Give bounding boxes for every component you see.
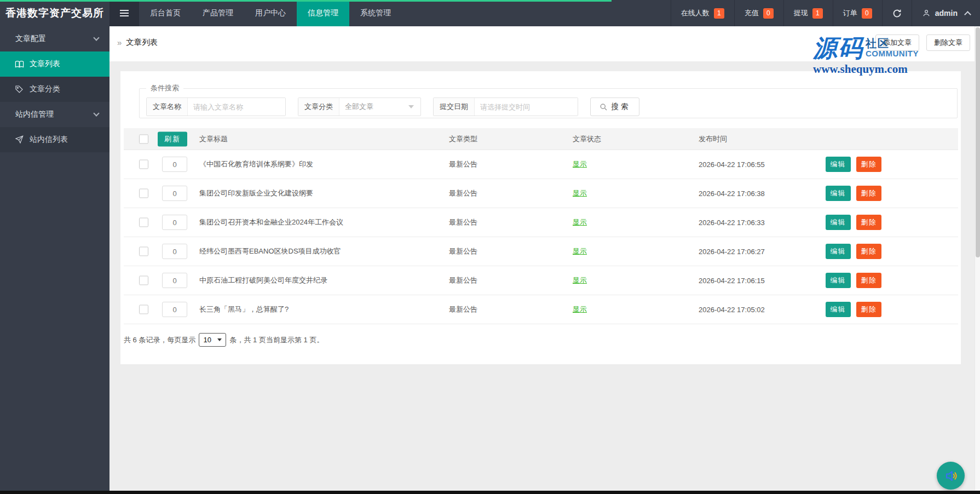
publish-time: 2026-04-22 17:06:27 bbox=[699, 248, 765, 256]
sort-order-input[interactable] bbox=[162, 302, 187, 317]
paper-plane-icon bbox=[14, 135, 24, 145]
user-icon bbox=[922, 9, 931, 18]
article-name-label: 文章名称 bbox=[147, 98, 188, 116]
table-row: 中原石油工程打破阿美公司年度交井纪录 最新公告 显示 2026-04-22 17… bbox=[124, 266, 958, 295]
sort-order-input[interactable] bbox=[162, 215, 187, 230]
selected-option: 全部文章 bbox=[345, 102, 373, 112]
article-type: 最新公告 bbox=[449, 188, 477, 198]
search-button-label: 搜索 bbox=[612, 102, 631, 112]
refresh-page-button[interactable] bbox=[882, 0, 912, 26]
col-header-type: 文章类型 bbox=[449, 134, 477, 144]
delete-button[interactable]: 删除 bbox=[856, 157, 881, 172]
submit-date-group: 提交日期 bbox=[433, 97, 578, 116]
sort-order-input[interactable] bbox=[162, 244, 187, 259]
edit-button[interactable]: 编辑 bbox=[826, 157, 851, 172]
breadcrumb-label[interactable]: 文章列表 bbox=[126, 37, 158, 48]
edit-button[interactable]: 编辑 bbox=[826, 215, 851, 230]
row-checkbox[interactable] bbox=[139, 189, 148, 198]
refresh-button[interactable]: 刷新 bbox=[158, 131, 187, 146]
col-header-status: 文章状态 bbox=[573, 134, 601, 144]
stat-badge: 1 bbox=[714, 8, 724, 19]
delete-button[interactable]: 删除 bbox=[856, 244, 881, 259]
article-title: 集团公司印发新版企业文化建设纲要 bbox=[199, 188, 313, 198]
search-button[interactable]: 搜索 bbox=[590, 97, 639, 116]
sidebar-group-label: 站内信管理 bbox=[15, 110, 54, 119]
status-toggle-link[interactable]: 显示 bbox=[573, 188, 587, 198]
nav-item-dashboard[interactable]: 后台首页 bbox=[139, 0, 192, 26]
row-checkbox[interactable] bbox=[139, 218, 148, 227]
breadcrumb: » 文章列表 bbox=[117, 37, 158, 48]
brand-logo[interactable]: 香港数字资产交易所 bbox=[0, 0, 109, 26]
stat-orders[interactable]: 订单 0 bbox=[833, 0, 882, 26]
article-name-input[interactable] bbox=[188, 98, 285, 116]
edit-button[interactable]: 编辑 bbox=[826, 244, 851, 259]
nav-item-users[interactable]: 用户中心 bbox=[244, 0, 297, 26]
stat-online-users[interactable]: 在线人数 1 bbox=[671, 0, 734, 26]
add-article-button[interactable]: 添加文章 bbox=[875, 35, 919, 51]
delete-button[interactable]: 删除 bbox=[856, 302, 881, 317]
sidebar-item-article-category[interactable]: 文章分类 bbox=[0, 77, 109, 102]
breadcrumb-bar: » 文章列表 添加文章 删除文章 bbox=[109, 26, 980, 61]
nav-item-products[interactable]: 产品管理 bbox=[192, 0, 244, 26]
sort-order-input[interactable] bbox=[162, 273, 187, 288]
row-checkbox[interactable] bbox=[139, 247, 148, 256]
page-size-select[interactable]: 10 bbox=[199, 333, 226, 347]
search-fieldset: 条件搜索 文章名称 文章分类 全部文章 提交日期 bbox=[139, 83, 958, 118]
page-actions: 添加文章 删除文章 bbox=[875, 35, 970, 51]
sort-order-input[interactable] bbox=[162, 157, 187, 172]
publish-time: 2026-04-22 17:06:55 bbox=[699, 160, 765, 169]
chevron-up-icon bbox=[964, 11, 971, 18]
sound-float-button[interactable] bbox=[937, 462, 965, 490]
status-toggle-link[interactable]: 显示 bbox=[573, 217, 587, 227]
publish-time: 2026-04-22 17:06:33 bbox=[699, 219, 765, 227]
nav-item-information[interactable]: 信息管理 bbox=[297, 0, 349, 26]
row-checkbox[interactable] bbox=[139, 305, 148, 314]
top-navigation: 后台首页 产品管理 用户中心 信息管理 系统管理 bbox=[139, 0, 402, 26]
article-category-group: 文章分类 全部文章 bbox=[298, 97, 421, 116]
sidebar-item-label: 文章列表 bbox=[30, 59, 60, 69]
table-row: 集团公司印发新版企业文化建设纲要 最新公告 显示 2026-04-22 17:0… bbox=[124, 179, 958, 208]
tag-icon bbox=[14, 84, 24, 94]
delete-button[interactable]: 删除 bbox=[856, 215, 881, 230]
delete-button[interactable]: 删除 bbox=[856, 273, 881, 288]
delete-article-button[interactable]: 删除文章 bbox=[926, 35, 970, 51]
pagination-prefix: 共 6 条记录，每页显示 bbox=[124, 335, 195, 345]
article-category-label: 文章分类 bbox=[298, 98, 339, 116]
sidebar-item-label: 站内信列表 bbox=[30, 135, 68, 145]
article-category-select[interactable]: 全部文章 bbox=[339, 98, 420, 116]
breadcrumb-arrow-icon: » bbox=[117, 38, 122, 47]
book-open-icon bbox=[14, 59, 24, 69]
status-toggle-link[interactable]: 显示 bbox=[573, 246, 587, 256]
edit-button[interactable]: 编辑 bbox=[826, 186, 851, 201]
publish-time: 2026-04-22 17:06:15 bbox=[699, 277, 765, 285]
horizontal-scrollbar-track bbox=[0, 491, 980, 494]
edit-button[interactable]: 编辑 bbox=[826, 273, 851, 288]
stat-withdrawals[interactable]: 提现 1 bbox=[783, 0, 833, 26]
delete-button[interactable]: 删除 bbox=[856, 186, 881, 201]
sidebar-item-site-message-list[interactable]: 站内信列表 bbox=[0, 127, 109, 152]
stat-label: 提现 bbox=[794, 8, 808, 18]
article-type: 最新公告 bbox=[449, 305, 477, 314]
row-checkbox[interactable] bbox=[139, 160, 148, 169]
sidebar-group-article-config[interactable]: 文章配置 bbox=[0, 26, 109, 51]
content-panel: 条件搜索 文章名称 文章分类 全部文章 提交日期 bbox=[120, 71, 961, 364]
edit-button[interactable]: 编辑 bbox=[826, 302, 851, 317]
publish-time: 2026-04-22 17:06:38 bbox=[699, 189, 765, 198]
sort-order-input[interactable] bbox=[162, 186, 187, 201]
status-toggle-link[interactable]: 显示 bbox=[573, 305, 587, 314]
sidebar-group-site-messages[interactable]: 站内信管理 bbox=[0, 102, 109, 127]
status-toggle-link[interactable]: 显示 bbox=[573, 275, 587, 285]
row-checkbox[interactable] bbox=[139, 276, 148, 285]
select-all-checkbox[interactable] bbox=[139, 134, 148, 143]
stat-badge: 0 bbox=[862, 8, 872, 19]
sidebar-item-article-list[interactable]: 文章列表 bbox=[0, 51, 109, 77]
scrollbar-thumb[interactable] bbox=[976, 27, 980, 257]
user-menu[interactable]: admin bbox=[912, 0, 980, 26]
status-toggle-link[interactable]: 显示 bbox=[573, 159, 587, 169]
hamburger-icon bbox=[120, 10, 129, 16]
submit-date-input[interactable] bbox=[475, 98, 578, 116]
stat-deposits[interactable]: 充值 0 bbox=[734, 0, 783, 26]
nav-item-system[interactable]: 系统管理 bbox=[349, 0, 402, 26]
article-name-group: 文章名称 bbox=[146, 97, 286, 116]
menu-toggle-button[interactable] bbox=[109, 0, 139, 26]
